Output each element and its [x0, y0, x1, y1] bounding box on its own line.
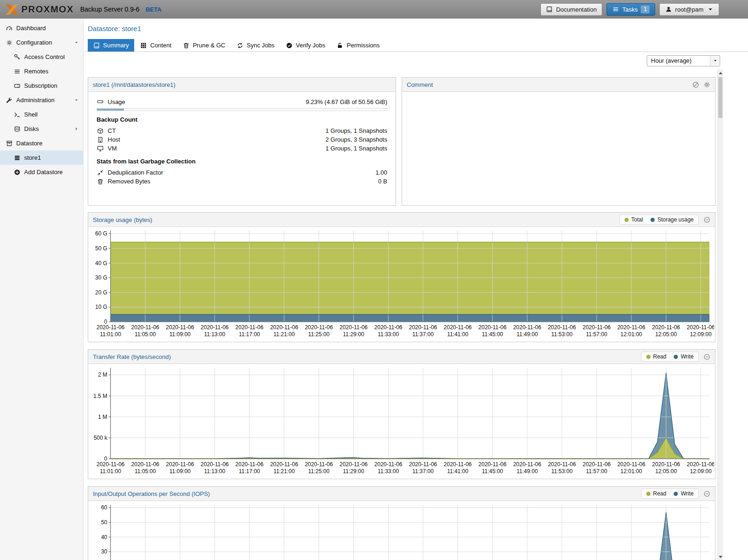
sidebar-item-datastore[interactable]: Datastore — [0, 136, 83, 150]
user-menu-button[interactable]: root@pam — [659, 3, 719, 16]
sidebar: DashboardConfigurationAccess ControlRemo… — [0, 19, 84, 560]
storage-usage-chart: 010 G20 G30 G40 G50 G60 G2020-11-0611:01… — [88, 227, 715, 342]
sidebar-item-subscription[interactable]: Subscription — [0, 78, 83, 93]
sidebar-item-store1[interactable]: store1 — [0, 150, 83, 165]
tab-prune-gc[interactable]: Prune & GC — [177, 39, 230, 52]
svg-text:30: 30 — [101, 548, 108, 555]
svg-text:2020-11-06: 2020-11-06 — [548, 461, 576, 468]
product-version: Backup Server 0.9-6 — [80, 6, 140, 13]
svg-text:2020-11-06: 2020-11-06 — [270, 461, 299, 468]
vertical-scrollbar[interactable] — [717, 70, 723, 560]
usage-row: Usage 9.23% (4.67 GiB of 50.56 GiB) — [97, 97, 387, 107]
grid-icon — [140, 42, 147, 49]
sidebar-item-access-control[interactable]: Access Control — [0, 50, 83, 64]
combo-trigger[interactable] — [710, 56, 720, 66]
tab-summary[interactable]: Summary — [88, 39, 134, 52]
stat-row-ct: CT1 Groups, 1 Snapshots — [97, 126, 387, 135]
brand-text: PROXMOX — [21, 4, 74, 15]
legend-label: Write — [681, 353, 694, 360]
legend-label: Read — [653, 490, 667, 497]
legend-item-write[interactable]: Write — [674, 490, 694, 497]
sidebar-item-configuration[interactable]: Configuration — [0, 35, 83, 50]
svg-text:2020-11-06: 2020-11-06 — [270, 324, 299, 331]
collapse-panel-icon[interactable] — [703, 490, 710, 497]
stat-value: 1 Groups, 1 Snapshots — [325, 145, 387, 152]
legend-label: Total — [631, 216, 643, 223]
sidebar-item-dashboard[interactable]: Dashboard — [0, 21, 83, 35]
terminal-icon — [13, 111, 20, 118]
sidebar-item-remotes[interactable]: Remotes — [0, 64, 83, 78]
stat-row-removed-bytes: Removed Bytes0 B — [97, 177, 387, 186]
svg-text:11:09:00: 11:09:00 — [169, 468, 191, 475]
tab-permissions[interactable]: Permissions — [332, 39, 385, 52]
documentation-button[interactable]: Documentation — [540, 3, 602, 16]
stat-value: 1 Groups, 1 Snapshots — [325, 127, 387, 134]
svg-text:2020-11-06: 2020-11-06 — [305, 461, 333, 468]
tab-label: Summary — [103, 42, 129, 49]
wrench-icon — [6, 97, 13, 104]
svg-text:11:13:00: 11:13:00 — [204, 331, 225, 338]
time-range-select[interactable]: Hour (average) — [647, 55, 720, 66]
sidebar-item-label: Disks — [24, 125, 39, 132]
svg-text:2020-11-06: 2020-11-06 — [409, 461, 437, 468]
store-info-body: Usage 9.23% (4.67 GiB of 50.56 GiB) Back… — [88, 92, 396, 190]
collapse-panel-icon[interactable] — [703, 216, 710, 223]
svg-text:11:25:00: 11:25:00 — [308, 331, 330, 338]
svg-text:11:41:00: 11:41:00 — [447, 331, 468, 338]
comment-panel: Comment — [402, 77, 715, 206]
sidebar-item-administration[interactable]: Administration — [0, 93, 83, 107]
svg-text:11:17:00: 11:17:00 — [239, 331, 260, 338]
trash-icon — [97, 178, 104, 185]
svg-text:11:21:00: 11:21:00 — [273, 468, 295, 475]
sidebar-item-label: Administration — [16, 97, 54, 104]
svg-text:2020-11-06: 2020-11-06 — [166, 461, 194, 468]
sidebar-item-shell[interactable]: Shell — [0, 107, 83, 122]
legend-dot — [646, 355, 650, 359]
sidebar-item-disks[interactable]: Disks — [0, 122, 83, 136]
svg-text:2020-11-06: 2020-11-06 — [548, 324, 576, 331]
tasks-button[interactable]: Tasks 1 — [606, 3, 655, 16]
stat-row-host: Host2 Groups, 3 Snapshots — [97, 135, 387, 144]
svg-text:2020-11-06: 2020-11-06 — [583, 461, 611, 468]
building-icon — [97, 136, 104, 143]
stat-value: 0 B — [378, 178, 387, 185]
stat-label: Host — [108, 136, 120, 143]
legend-dot — [674, 355, 678, 359]
svg-text:12:09:00: 12:09:00 — [690, 468, 712, 475]
app-header: PROXMOX Backup Server 0.9-6 BETA Documen… — [0, 0, 748, 19]
svg-text:11:57:00: 11:57:00 — [586, 468, 607, 475]
caret-down-icon[interactable] — [74, 40, 79, 45]
legend-item-write[interactable]: Write — [674, 353, 694, 360]
legend-item-read[interactable]: Read — [646, 353, 667, 360]
scroll-down-button[interactable] — [718, 553, 723, 560]
stat-label: Removed Bytes — [108, 178, 150, 185]
legend-item-storage-usage[interactable]: Storage usage — [650, 216, 694, 223]
user-label: root@pam — [675, 6, 703, 13]
caret-right-icon[interactable] — [74, 126, 79, 131]
comment-body[interactable] — [402, 92, 715, 101]
svg-text:2020-11-06: 2020-11-06 — [409, 324, 437, 331]
legend-item-read[interactable]: Read — [646, 490, 667, 497]
caret-down-icon[interactable] — [74, 98, 79, 103]
circle-slash-icon[interactable] — [692, 81, 699, 88]
book-icon — [546, 6, 553, 13]
panel-header: Transfer Rate (bytes/second) ReadWrite — [88, 350, 715, 364]
stat-label: Deduplication Factor — [108, 169, 163, 176]
legend-item-total[interactable]: Total — [624, 216, 643, 223]
sidebar-item-add-datastore[interactable]: Add Datastore — [0, 165, 83, 179]
check-circle-icon — [286, 42, 293, 49]
scroll-up-button[interactable] — [718, 70, 723, 76]
tab-sync-jobs[interactable]: Sync Jobs — [231, 39, 280, 52]
header-buttons: Documentation Tasks 1 root@pam — [540, 3, 743, 16]
scrollbar-thumb[interactable] — [718, 77, 722, 118]
collapse-panel-icon[interactable] — [703, 353, 710, 360]
sidebar-item-label: Shell — [24, 111, 38, 118]
usage-progress-bar — [97, 108, 387, 111]
gear-icon[interactable] — [703, 81, 710, 88]
tab-verify-jobs[interactable]: Verify Jobs — [280, 39, 331, 52]
tab-content[interactable]: Content — [135, 39, 177, 52]
store-info-panel: store1 (/mnt/datastores/store1) Usage 9.… — [88, 77, 396, 206]
svg-text:2020-11-06: 2020-11-06 — [478, 324, 507, 331]
sidebar-item-label: Dashboard — [16, 25, 46, 32]
beta-link[interactable]: BETA — [145, 6, 161, 13]
